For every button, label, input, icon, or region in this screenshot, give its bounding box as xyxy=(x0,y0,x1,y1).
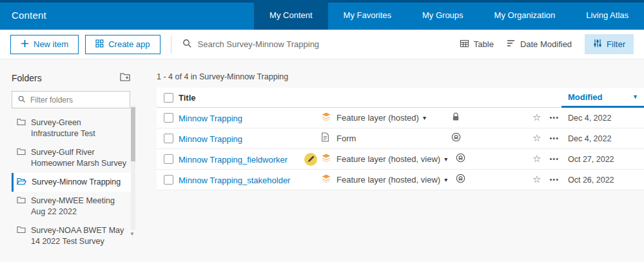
new-folder-icon[interactable] xyxy=(120,72,130,84)
items-table: Title Modified ▼ Minnow Trapping Feature… xyxy=(157,88,644,190)
toolbar-view-options: Table Date Modified Filter xyxy=(460,34,634,54)
table-row: Minnow Trapping_fieldworker Feature laye… xyxy=(157,149,644,170)
toolbar: New item Create app Table Date Modified … xyxy=(0,30,644,59)
folder-icon xyxy=(17,226,26,237)
new-item-button[interactable]: New item xyxy=(10,35,79,54)
organization-share-icon[interactable] xyxy=(456,153,465,165)
more-options-icon[interactable]: ••• xyxy=(549,135,559,142)
item-type-label: Feature layer (hosted) xyxy=(337,113,419,123)
item-type-label: Feature layer (hosted, view) xyxy=(337,175,440,185)
row-checkbox[interactable] xyxy=(164,113,173,123)
sort-desc-icon[interactable]: ▼ xyxy=(632,94,644,100)
row-checkbox[interactable] xyxy=(164,134,173,143)
tab-my-groups[interactable]: My Groups xyxy=(407,0,479,30)
table-icon xyxy=(460,39,469,50)
content-area: Folders Survey-Green Infrastructure Test… xyxy=(0,59,644,262)
modified-date: Oct 27, 2022 xyxy=(561,155,644,164)
table-row: Minnow Trapping Form ☆ ••• Dec 4, 2022 xyxy=(157,128,644,149)
open-folder-icon xyxy=(17,177,26,188)
row-checkbox[interactable] xyxy=(164,154,173,164)
item-type-label: Form xyxy=(337,134,356,143)
folder-icon xyxy=(17,118,26,129)
app-header: Content My Content My Favorites My Group… xyxy=(0,0,644,30)
result-count: 1 - 4 of 4 in Survey-Minnow Trapping xyxy=(157,72,644,81)
item-title-link[interactable]: Minnow Trapping_stakeholder xyxy=(179,176,290,185)
private-lock-icon[interactable] xyxy=(452,112,460,124)
column-header-modified[interactable]: Modified ▼ xyxy=(561,88,644,108)
date-modified-sort-button[interactable]: Date Modified xyxy=(507,39,572,49)
scroll-down-arrow-icon[interactable]: ▼ xyxy=(130,231,135,237)
tab-my-favorites[interactable]: My Favorites xyxy=(328,0,407,30)
folder-filter-box xyxy=(12,91,130,108)
item-title-link[interactable]: Minnow Trapping_fieldworker xyxy=(179,155,288,165)
item-type-label: Feature layer (hosted, view) xyxy=(337,154,440,164)
feature-layer-icon xyxy=(321,112,331,124)
tab-my-content[interactable]: My Content xyxy=(254,0,327,30)
table-header-row: Title Modified ▼ xyxy=(157,88,644,108)
favorite-star-icon[interactable]: ☆ xyxy=(532,175,541,185)
folder-item[interactable]: Survey-NOAA BWET May 14 2022 Test Survey xyxy=(12,221,132,251)
folder-item[interactable]: Survey-Green Infrastructure Test xyxy=(12,114,132,143)
folder-icon xyxy=(17,148,26,159)
folder-item[interactable]: Survey-Gulf River Homeowner Marsh Survey xyxy=(12,143,132,173)
create-app-button[interactable]: Create app xyxy=(85,35,160,54)
folder-icon xyxy=(17,196,26,207)
sort-lines-icon xyxy=(507,39,516,49)
organization-share-icon[interactable] xyxy=(456,174,465,186)
toolbar-divider xyxy=(171,35,171,54)
select-all-checkbox[interactable] xyxy=(164,93,173,103)
favorite-star-icon[interactable]: ☆ xyxy=(532,113,541,123)
folder-list: Survey-Green Infrastructure Test Survey-… xyxy=(12,114,132,251)
search-input[interactable] xyxy=(198,39,417,49)
organization-share-icon[interactable] xyxy=(451,132,461,145)
header-tabs: My Content My Favorites My Groups My Org… xyxy=(254,0,644,30)
favorite-star-icon[interactable]: ☆ xyxy=(532,154,541,164)
more-options-icon[interactable]: ••• xyxy=(549,176,559,183)
modified-date: Dec 4, 2022 xyxy=(561,134,644,143)
search-box xyxy=(182,38,460,51)
folder-filter-input[interactable] xyxy=(30,96,121,105)
folders-title: Folders xyxy=(12,73,42,83)
feature-layer-icon xyxy=(321,174,331,186)
table-view-button[interactable]: Table xyxy=(460,39,494,50)
tab-living-atlas[interactable]: Living Atlas xyxy=(571,0,644,30)
modified-date: Dec 4, 2022 xyxy=(561,114,644,123)
search-icon xyxy=(17,94,26,106)
more-options-icon[interactable]: ••• xyxy=(549,156,559,163)
more-options-icon[interactable]: ••• xyxy=(549,114,559,121)
folder-item[interactable]: Survey-MWEE Meeting Aug 22 2022 xyxy=(12,192,132,221)
filter-button[interactable]: Filter xyxy=(585,34,634,54)
folder-scrollbar[interactable] xyxy=(131,106,135,230)
tab-my-organization[interactable]: My Organization xyxy=(479,0,571,30)
feature-layer-icon xyxy=(321,153,331,165)
type-dropdown-caret-icon[interactable]: ▾ xyxy=(423,114,426,121)
search-icon xyxy=(182,38,192,51)
form-icon xyxy=(321,132,329,145)
plus-icon xyxy=(21,39,29,50)
scrollbar-thumb[interactable] xyxy=(131,107,135,161)
folder-item-selected[interactable]: Survey-Minnow Trapping xyxy=(12,173,132,192)
row-checkbox[interactable] xyxy=(164,175,173,185)
items-panel: 1 - 4 of 4 in Survey-Minnow Trapping Tit… xyxy=(145,59,644,262)
filter-sliders-icon xyxy=(593,39,602,50)
item-title-link[interactable]: Minnow Trapping xyxy=(179,114,242,123)
app-grid-icon xyxy=(95,39,104,50)
folders-sidebar: Folders Survey-Green Infrastructure Test… xyxy=(0,59,145,262)
favorite-star-icon[interactable]: ☆ xyxy=(532,134,541,143)
modified-date: Oct 26, 2022 xyxy=(561,176,644,185)
table-row: Minnow Trapping Feature layer (hosted) ▾… xyxy=(157,108,644,128)
table-row: Minnow Trapping_stakeholder Feature laye… xyxy=(157,170,644,190)
page-title: Content xyxy=(0,10,46,21)
item-title-link[interactable]: Minnow Trapping xyxy=(179,134,242,144)
editable-pencil-icon xyxy=(304,153,317,166)
column-header-title[interactable]: Title xyxy=(179,93,561,103)
